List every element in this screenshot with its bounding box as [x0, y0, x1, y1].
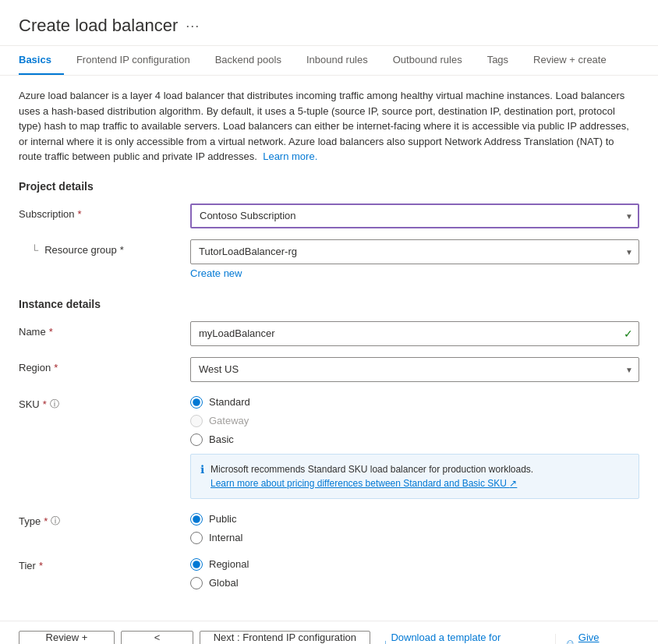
previous-button[interactable]: < Previous — [121, 631, 193, 645]
tier-global-radio[interactable] — [190, 577, 203, 589]
sku-row: SKU * ⓘ Standard Gateway Basic — [19, 393, 639, 499]
sku-standard-label: Standard — [209, 396, 250, 408]
sku-field: Standard Gateway Basic ℹ Microsoft recom… — [190, 393, 639, 499]
name-valid-icon: ✓ — [624, 327, 633, 340]
learn-more-link[interactable]: Learn more. — [263, 150, 317, 162]
region-required: * — [54, 362, 58, 373]
type-field: Public Internal — [190, 510, 639, 544]
region-label: Region * — [19, 357, 190, 373]
ellipsis-menu[interactable]: ··· — [186, 18, 200, 34]
type-required: * — [44, 515, 48, 527]
region-field: West US ▼ — [190, 357, 639, 382]
download-icon: ↓ — [383, 637, 388, 644]
tier-radio-group: Regional Global — [190, 555, 639, 589]
sku-info-box: ℹ Microsoft recommends Standard SKU load… — [190, 454, 639, 499]
tier-regional-radio[interactable] — [190, 558, 203, 571]
sku-gateway-label: Gateway — [209, 415, 249, 426]
type-label: Type * ⓘ — [19, 510, 190, 528]
name-select-wrapper: myLoadBalancer ✓ — [190, 321, 639, 346]
name-row: Name * myLoadBalancer ✓ — [19, 321, 639, 346]
sku-standard-option[interactable]: Standard — [190, 396, 639, 409]
tab-inbound-rules[interactable]: Inbound rules — [294, 46, 380, 75]
subscription-required: * — [78, 208, 82, 220]
tab-backend-pools[interactable]: Backend pools — [203, 46, 294, 75]
create-new-link[interactable]: Create new — [190, 267, 242, 279]
name-required: * — [49, 326, 53, 338]
tab-outbound-rules[interactable]: Outbound rules — [380, 46, 475, 75]
subscription-label: Subscription * — [19, 203, 190, 220]
instance-details-section: Instance details Name * myLoadBalancer ✓… — [19, 298, 639, 589]
sku-radio-group: Standard Gateway Basic — [190, 393, 639, 446]
project-details-title: Project details — [19, 180, 639, 193]
tier-regional-label: Regional — [209, 558, 249, 570]
sku-label: SKU * ⓘ — [19, 393, 190, 411]
type-info-icon[interactable]: ⓘ — [51, 515, 60, 528]
subscription-select-wrapper: Contoso Subscription ▼ — [190, 203, 639, 228]
type-public-label: Public — [209, 513, 236, 525]
subscription-field: Contoso Subscription ▼ — [190, 203, 639, 228]
tab-tags[interactable]: Tags — [475, 46, 521, 75]
sku-basic-label: Basic — [209, 433, 234, 445]
type-radio-group: Public Internal — [190, 510, 639, 544]
name-select[interactable]: myLoadBalancer — [190, 321, 639, 346]
type-row: Type * ⓘ Public Internal — [19, 510, 639, 544]
tab-basics[interactable]: Basics — [19, 46, 64, 75]
sku-info-icon[interactable]: ⓘ — [50, 398, 59, 411]
sku-basic-option[interactable]: Basic — [190, 433, 639, 446]
subscription-row: Subscription * Contoso Subscription ▼ — [19, 203, 639, 228]
subscription-select[interactable]: Contoso Subscription — [190, 203, 639, 228]
tier-regional-option[interactable]: Regional — [190, 558, 639, 571]
resource-group-required: * — [120, 244, 124, 256]
review-create-button[interactable]: Review + create — [19, 631, 115, 645]
project-details-section: Project details Subscription * Contoso S… — [19, 180, 639, 279]
info-box-text: Microsoft recommends Standard SKU load b… — [210, 462, 533, 490]
tier-label: Tier * — [19, 555, 190, 571]
name-label: Name * — [19, 321, 190, 338]
tab-frontend-ip[interactable]: Frontend IP configuration — [64, 46, 203, 75]
tier-global-label: Global — [209, 577, 239, 589]
name-field: myLoadBalancer ✓ — [190, 321, 639, 346]
sku-gateway-option[interactable]: Gateway — [190, 415, 639, 427]
type-public-option[interactable]: Public — [190, 513, 639, 525]
resource-group-select[interactable]: TutorLoadBalancer-rg — [190, 239, 639, 264]
sku-standard-radio[interactable] — [190, 396, 203, 409]
nav-tabs: Basics Frontend IP configuration Backend… — [0, 46, 658, 76]
footer-divider — [555, 634, 556, 645]
type-internal-label: Internal — [209, 532, 242, 543]
tier-required: * — [39, 560, 43, 571]
region-select-wrapper: West US ▼ — [190, 357, 639, 382]
type-public-radio[interactable] — [190, 513, 203, 525]
sku-basic-radio[interactable] — [190, 433, 203, 446]
info-box-icon: ℹ — [200, 463, 204, 476]
main-content: Azure load balancer is a layer 4 load ba… — [0, 76, 658, 621]
feedback-icon: ☺ — [565, 637, 575, 644]
footer: Review + create < Previous Next : Fronte… — [0, 621, 658, 645]
resource-group-field: TutorLoadBalancer-rg ▼ Create new — [190, 239, 639, 279]
give-feedback-link[interactable]: ☺ Give feedback — [565, 632, 640, 645]
page-header: Create load balancer ··· — [0, 0, 658, 46]
tier-row: Tier * Regional Global — [19, 555, 639, 589]
type-internal-option[interactable]: Internal — [190, 532, 639, 544]
sku-pricing-link[interactable]: Learn more about pricing differences bet… — [210, 478, 517, 489]
download-link[interactable]: ↓ Download a template for automation — [383, 632, 546, 645]
resource-group-label: Resource group * — [19, 239, 190, 256]
next-button[interactable]: Next : Frontend IP configuration > — [200, 631, 370, 645]
tab-review-create[interactable]: Review + create — [521, 46, 619, 75]
region-select[interactable]: West US — [190, 357, 639, 382]
sku-gateway-radio — [190, 415, 203, 427]
sku-required: * — [43, 398, 47, 410]
page-title: Create load balancer — [19, 16, 178, 36]
description-text: Azure load balancer is a layer 4 load ba… — [19, 88, 639, 165]
resource-group-row: Resource group * TutorLoadBalancer-rg ▼ … — [19, 239, 639, 279]
tier-field: Regional Global — [190, 555, 639, 589]
region-row: Region * West US ▼ — [19, 357, 639, 382]
tier-global-option[interactable]: Global — [190, 577, 639, 589]
instance-details-title: Instance details — [19, 298, 639, 310]
type-internal-radio[interactable] — [190, 532, 203, 544]
resource-group-select-wrapper: TutorLoadBalancer-rg ▼ — [190, 239, 639, 264]
